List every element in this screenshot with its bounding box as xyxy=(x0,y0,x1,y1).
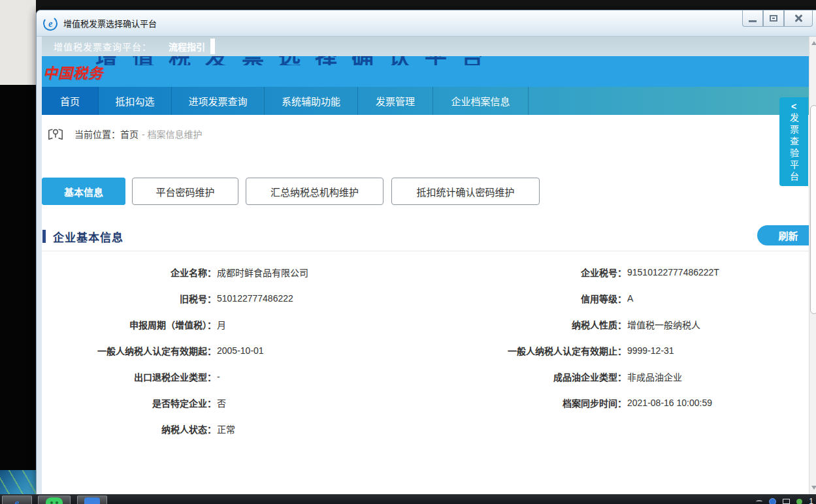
close-button[interactable] xyxy=(784,10,813,27)
side-tab-label: 发票查验平台 xyxy=(787,113,800,183)
tab-consolidated-tax-hq[interactable]: 汇总纳税总机构维护 xyxy=(246,178,384,205)
taskbar-blue-app-button[interactable] xyxy=(77,496,107,504)
field-value: 2021-08-16 10:00:59 xyxy=(627,398,712,408)
platform-topbar: 增值税发票查询平台： 流程指引 xyxy=(42,37,809,56)
field-label: 企业名称： xyxy=(42,266,216,279)
restore-button[interactable] xyxy=(763,10,784,27)
taskbar-wechat-button[interactable] xyxy=(38,496,71,504)
restore-icon xyxy=(770,15,777,22)
network-icon[interactable] xyxy=(756,500,762,503)
nav-tab-input-invoice-query[interactable]: 进项发票查询 xyxy=(172,87,265,115)
form-row: 纳税人性质：增值税一般纳税人 xyxy=(421,311,806,338)
blue-app-icon xyxy=(84,497,100,504)
process-guide-link[interactable]: 流程指引 xyxy=(169,40,205,53)
platform-topbar-label: 增值税发票查询平台： xyxy=(54,40,152,53)
nav-tab-enterprise-archive[interactable]: 企业档案信息 xyxy=(433,87,529,115)
section-header: 企业基本信息 刷新 xyxy=(42,227,809,251)
page: 增值税发票查询平台： 流程指引 增值税发票选择确认平台 中国税务 首页 抵扣勾选… xyxy=(42,37,809,494)
field-label: 申报周期（增值税）： xyxy=(42,318,216,331)
field-value: 非成品油企业 xyxy=(627,370,682,383)
form-column-left: 企业名称：成都时鲜食品有限公司 旧税号：510122777486222 申报周期… xyxy=(42,259,408,442)
field-value: 9999-12-31 xyxy=(627,345,674,356)
field-label: 企业税号： xyxy=(421,266,627,279)
taskbar-ie-button[interactable]: e xyxy=(2,496,32,504)
scroll-down-icon[interactable] xyxy=(811,486,816,490)
header-blue-band: 增值税发票选择确认平台 中国税务 xyxy=(42,56,809,87)
form-row: 成品油企业类型：非成品油企业 xyxy=(421,364,806,390)
tray-window-icon[interactable] xyxy=(783,499,790,504)
wechat-icon xyxy=(46,497,63,504)
field-label: 旧税号： xyxy=(42,292,216,305)
field-label: 档案同步时间： xyxy=(421,396,627,409)
section-title: 企业基本信息 xyxy=(53,228,123,245)
tray-blue-icon[interactable] xyxy=(769,498,776,504)
breadcrumb: 当前位置：首页 - 档案信息维护 xyxy=(47,125,203,142)
system-tray: 1 xyxy=(756,497,813,504)
field-label: 纳税人性质： xyxy=(421,318,627,331)
tray-green-icon[interactable] xyxy=(796,499,802,504)
china-tax-logo: 中国税务 xyxy=(43,61,103,82)
tab-platform-password[interactable]: 平台密码维护 xyxy=(132,178,238,205)
close-icon xyxy=(794,14,803,23)
minimize-icon xyxy=(749,20,757,22)
ie-browser-icon: e xyxy=(42,15,59,31)
field-label: 出口退税企业类型： xyxy=(42,370,216,383)
field-value: 正常 xyxy=(217,422,235,435)
form-row: 纳税人状态：正常 xyxy=(42,416,408,442)
invoice-verification-side-tab[interactable]: < 发票查验平台 xyxy=(779,97,808,186)
ie-icon: e xyxy=(15,497,20,504)
form-row: 旧税号：510122777486222 xyxy=(42,285,408,311)
field-value: 成都时鲜食品有限公司 xyxy=(217,266,308,279)
scrollbar-thumb[interactable] xyxy=(810,105,816,314)
form-row: 信用等级：A xyxy=(421,285,806,311)
breadcrumb-current-location[interactable]: 当前位置：首页 xyxy=(74,127,139,140)
nav-tab-invoice-mgmt[interactable]: 发票管理 xyxy=(358,87,433,115)
field-value: A xyxy=(627,293,633,304)
field-value: 增值税一般纳税人 xyxy=(627,318,700,331)
desktop-background-dark xyxy=(0,85,36,470)
chevron-left-icon: < xyxy=(791,101,796,112)
form-row: 档案同步时间：2021-08-16 10:00:59 xyxy=(421,390,806,416)
section-accent-bar xyxy=(42,230,46,243)
form-row: 申报周期（增值税）：月 xyxy=(42,311,408,338)
main-nav: 首页 抵扣勾选 进项发票查询 系统辅助功能 发票管理 企业档案信息 xyxy=(42,87,809,115)
breadcrumb-page: - 档案信息维护 xyxy=(142,127,203,140)
nav-tab-deduction-check[interactable]: 抵扣勾选 xyxy=(99,87,172,115)
refresh-button[interactable]: 刷新 xyxy=(757,225,809,245)
field-label: 一般人纳税人认定有效期止： xyxy=(421,344,627,357)
field-label: 信用等级： xyxy=(421,292,627,305)
field-label: 一般人纳税人认定有效期起： xyxy=(42,344,216,357)
field-label: 纳税人状态： xyxy=(42,422,216,435)
field-value: - xyxy=(217,371,220,382)
desktop-background-top xyxy=(0,0,36,85)
field-value: 91510122777486222T xyxy=(627,267,719,277)
topbar-highlight-box xyxy=(210,39,215,54)
desktop-wallpaper xyxy=(0,470,36,494)
nav-tab-system-aux[interactable]: 系统辅助功能 xyxy=(265,87,358,115)
form-row: 是否特定企业：否 xyxy=(42,390,408,416)
subtabs: 基本信息 平台密码维护 汇总纳税总机构维护 抵扣统计确认密码维护 xyxy=(42,178,540,205)
tab-basic-info[interactable]: 基本信息 xyxy=(42,178,125,205)
form-row: 企业税号：91510122777486222T xyxy=(421,259,806,285)
form-row: 出口退税企业类型：- xyxy=(42,364,408,390)
field-value: 510122777486222 xyxy=(217,293,293,304)
form-column-right: 企业税号：91510122777486222T 信用等级：A 纳税人性质：增值税… xyxy=(421,259,806,416)
field-label: 是否特定企业： xyxy=(42,396,216,409)
window-titlebar: e 增值税发票选择确认平台 xyxy=(37,10,816,37)
tab-deduction-stat-password[interactable]: 抵扣统计确认密码维护 xyxy=(391,178,540,205)
form-row: 企业名称：成都时鲜食品有限公司 xyxy=(42,259,408,285)
minimize-button[interactable] xyxy=(742,10,763,27)
field-value: 月 xyxy=(217,318,226,331)
form-row: 一般人纳税人认定有效期止：9999-12-31 xyxy=(421,338,806,364)
field-value: 2005-10-01 xyxy=(217,345,264,356)
vertical-scrollbar[interactable] xyxy=(809,37,816,494)
window-title: 增值税发票选择确认平台 xyxy=(63,17,157,29)
app-window: e 增值税发票选择确认平台 增值税发票查询平台： 流程指引 增值税发票选择确认平… xyxy=(36,10,816,494)
form-row: 一般人纳税人认定有效期起：2005-10-01 xyxy=(42,338,408,364)
nav-tab-home[interactable]: 首页 xyxy=(42,87,99,115)
tray-clock-fragment: 1 xyxy=(809,497,813,504)
location-map-icon xyxy=(47,125,64,142)
window-controls xyxy=(742,10,813,27)
windows-taskbar: e 1 xyxy=(0,494,816,504)
scroll-up-icon[interactable] xyxy=(811,41,816,45)
